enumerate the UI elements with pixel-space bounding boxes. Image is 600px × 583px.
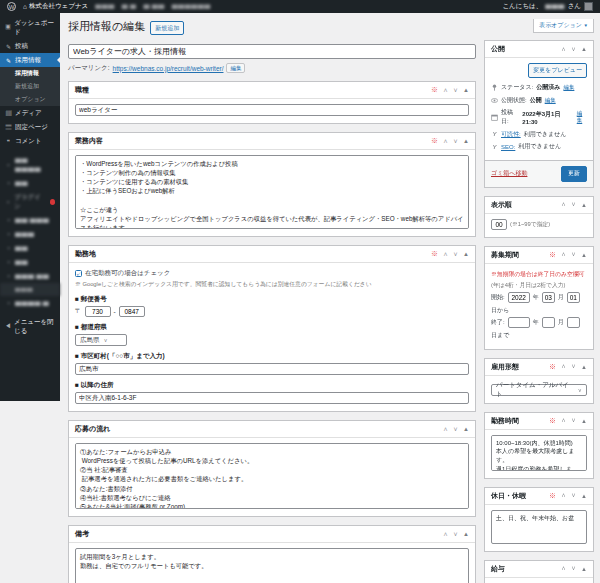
account-menu[interactable]: こんにちは、 ▆▆▆ さん <box>502 2 593 11</box>
move-up-icon[interactable]: ∧ <box>561 416 566 425</box>
wordpress-logo-icon[interactable]: W <box>7 2 16 11</box>
panel-header[interactable]: 表示順 ∧ ∨ ▲ <box>485 197 593 214</box>
move-down-icon[interactable]: ∨ <box>453 425 458 434</box>
toggle-panel-icon[interactable]: ▲ <box>463 251 469 257</box>
panel-header[interactable]: 給与 ∧ ∨ ▲ <box>485 561 593 578</box>
toggle-panel-icon[interactable]: ▲ <box>463 531 469 537</box>
move-up-icon[interactable]: ∧ <box>443 250 448 259</box>
start-day-input[interactable] <box>567 292 580 303</box>
employment-type-select[interactable]: パートタイム・アルバイト ∨ <box>491 384 587 396</box>
toggle-panel-icon[interactable]: ▲ <box>581 418 587 424</box>
move-down-icon[interactable]: ∨ <box>571 491 576 500</box>
panel-header[interactable]: 備考 ∧ ∨ ▲ <box>69 526 475 543</box>
screen-options-button[interactable]: 表示オプション ▼ <box>533 19 594 33</box>
job-description-textarea[interactable]: ・WordPressを用いたwebコンテンツの作成および投稿 ・コンテンツ制作の… <box>75 155 469 229</box>
move-up-icon[interactable]: ∧ <box>443 425 448 434</box>
adminbar-blurred-item[interactable]: ▆▆▆ <box>95 2 115 11</box>
move-to-trash-link[interactable]: ゴミ箱へ移動 <box>491 169 527 178</box>
preview-changes-button[interactable]: 変更をプレビュー <box>528 63 587 78</box>
move-down-icon[interactable]: ∨ <box>453 86 458 95</box>
start-year-input[interactable] <box>508 292 530 303</box>
adminbar-blurred-item[interactable]: ▆▆▆▆▆▆ <box>172 2 211 11</box>
permalink-url-link[interactable]: https://webnas.co.jp/recruit/web-writer/ <box>113 65 224 72</box>
display-order-input[interactable] <box>491 219 507 230</box>
sidebar-item-blurred[interactable]: ▪ ▆▆ <box>0 176 60 190</box>
move-up-icon[interactable]: ∧ <box>561 362 566 371</box>
move-down-icon[interactable]: ∨ <box>571 250 576 259</box>
panel-header[interactable]: 勤務地 ※ ∧ ∨ ▲ <box>69 246 475 263</box>
adminbar-blurred-item[interactable]: ▆ ▆ <box>122 2 137 11</box>
move-up-icon[interactable]: ∧ <box>443 137 448 146</box>
readability-link[interactable]: 可読性: <box>501 130 521 139</box>
panel-header[interactable]: 休日・休暇 ※ ∧ ∨ ▲ <box>485 488 593 505</box>
address-input[interactable] <box>75 392 469 404</box>
update-button[interactable]: 更新 <box>561 166 587 182</box>
application-flow-textarea[interactable]: ①あなた:フォームからお申込み WordPressを使って投稿した記事のURLを… <box>75 443 469 509</box>
move-down-icon[interactable]: ∨ <box>571 416 576 425</box>
sidebar-item-dashboard[interactable]: ▣ ダッシュボード <box>0 16 60 39</box>
sidebar-subitem-recruit-list[interactable]: 採用情報 <box>0 67 60 80</box>
toggle-panel-icon[interactable]: ▲ <box>581 493 587 499</box>
move-down-icon[interactable]: ∨ <box>571 45 576 54</box>
sidebar-item-blurred[interactable]: ▪ ▆▆ ▆▆▆▆ <box>0 153 60 176</box>
move-up-icon[interactable]: ∧ <box>443 530 448 539</box>
edit-visibility-link[interactable]: 編集 <box>545 97 556 104</box>
post-title-input[interactable] <box>68 44 476 59</box>
move-down-icon[interactable]: ∨ <box>453 137 458 146</box>
sidebar-subitem-add-new[interactable]: 新規追加 <box>0 80 60 93</box>
edit-status-link[interactable]: 編集 <box>563 84 574 91</box>
panel-header[interactable]: 業務内容 ※ ∧ ∨ ▲ <box>69 133 475 150</box>
end-day-input[interactable] <box>567 317 580 328</box>
panel-header[interactable]: 公開 ∧ ∨ ▲ <box>485 41 593 58</box>
postal-code-2-input[interactable] <box>119 306 145 317</box>
panel-header[interactable]: 職種 ※ ∧ ∨ ▲ <box>69 82 475 99</box>
sidebar-item-blurred[interactable]: ▪ ▆▆ ▆▆▆ <box>0 213 60 227</box>
sidebar-item-blurred[interactable]: ▪ ▆▆▆ <box>0 227 60 241</box>
sidebar-item-collapse-menu[interactable]: ◀ メニューを閉じる <box>0 315 60 338</box>
edit-date-link[interactable]: 編集 <box>577 110 587 124</box>
remote-work-checkbox[interactable]: ✓ <box>75 270 82 277</box>
move-up-icon[interactable]: ∧ <box>443 86 448 95</box>
move-up-icon[interactable]: ∧ <box>561 564 566 573</box>
sidebar-item-blurred[interactable]: ▪ ▆▆▆▆ ▆ <box>0 296 60 310</box>
move-down-icon[interactable]: ∨ <box>571 362 576 371</box>
sidebar-item-blurred[interactable]: ▪ ▆▆ <box>0 241 60 255</box>
holidays-textarea[interactable]: 土、日、祝、年末年始、お盆 <box>491 510 587 544</box>
remarks-textarea[interactable]: 試用期間を3ヶ月とします。 勤務は、自宅でのフルリモートも可能です。 <box>75 548 469 583</box>
move-down-icon[interactable]: ∨ <box>453 530 458 539</box>
sidebar-item-plugins[interactable]: ▪ プラグイン <box>0 190 60 213</box>
move-up-icon[interactable]: ∧ <box>561 491 566 500</box>
move-up-icon[interactable]: ∧ <box>561 45 566 54</box>
panel-header[interactable]: 勤務時間 ※ ∧ ∨ ▲ <box>485 413 593 430</box>
end-month-input[interactable] <box>542 317 555 328</box>
toggle-panel-icon[interactable]: ▲ <box>463 426 469 432</box>
toggle-panel-icon[interactable]: ▲ <box>463 87 469 93</box>
sidebar-item-recruit[interactable]: ✎ 採用情報 <box>0 53 60 67</box>
seo-link[interactable]: SEO: <box>501 144 515 150</box>
move-down-icon[interactable]: ∨ <box>571 564 576 573</box>
sidebar-item-comments[interactable]: ❞ コメント <box>0 134 60 148</box>
working-hours-textarea[interactable]: 10:00~18:30(内、休憩1時間) 本人の希望を最大限考慮します。 週1日… <box>491 435 587 471</box>
toggle-panel-icon[interactable]: ▲ <box>581 202 587 208</box>
toggle-panel-icon[interactable]: ▲ <box>581 46 587 52</box>
panel-header[interactable]: 雇用形態 ※ ∧ ∨ ▲ <box>485 359 593 376</box>
toggle-panel-icon[interactable]: ▲ <box>581 252 587 258</box>
panel-header[interactable]: 応募の流れ ∧ ∨ ▲ <box>69 421 475 438</box>
job-type-input[interactable] <box>75 104 469 116</box>
sidebar-item-blurred[interactable]: ▪ ▆▆▆ ▆▆ <box>0 269 60 283</box>
move-down-icon[interactable]: ∨ <box>571 200 576 209</box>
sidebar-item-blurred[interactable]: ▪ ▆▆ <box>0 255 60 269</box>
start-month-input[interactable] <box>542 292 555 303</box>
city-input[interactable] <box>75 363 469 375</box>
toggle-panel-icon[interactable]: ▲ <box>463 138 469 144</box>
sidebar-item-pages[interactable]: ▤ 固定ページ <box>0 120 60 134</box>
panel-header[interactable]: 募集期間 ※ ∧ ∨ ▲ <box>485 247 593 264</box>
prefecture-select[interactable]: 広島県 ∨ <box>75 334 127 346</box>
sidebar-item-media[interactable]: ▦ メディア <box>0 106 60 120</box>
toggle-panel-icon[interactable]: ▲ <box>581 566 587 572</box>
sidebar-subitem-options[interactable]: オプション <box>0 93 60 106</box>
toggle-panel-icon[interactable]: ▲ <box>581 364 587 370</box>
sidebar-item-posts[interactable]: ✎ 投稿 <box>0 39 60 53</box>
adminbar-blurred-item[interactable]: ▆ ▆▆ <box>144 2 165 11</box>
move-down-icon[interactable]: ∨ <box>453 250 458 259</box>
